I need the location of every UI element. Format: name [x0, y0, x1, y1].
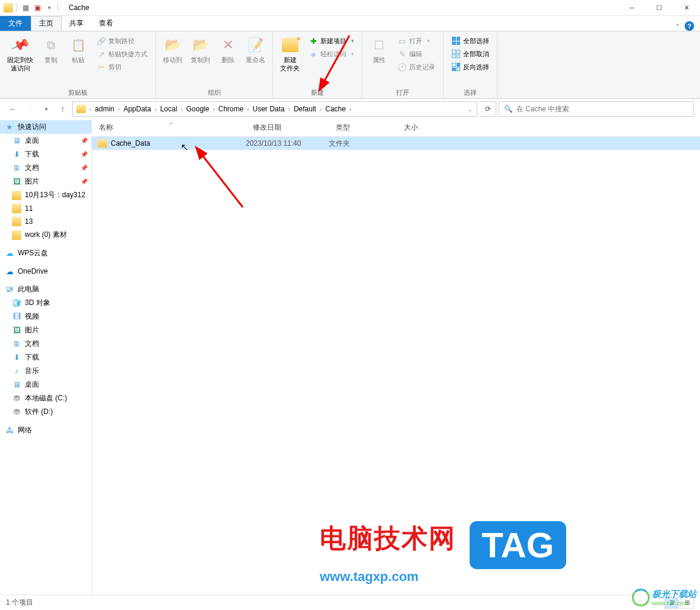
- tab-home[interactable]: 主页: [31, 16, 62, 31]
- sidebar-documents[interactable]: 🗎文档📌: [0, 161, 91, 175]
- recent-dropdown[interactable]: ▾: [39, 102, 53, 116]
- sidebar-folder-oct13[interactable]: 10月13号：day312: [0, 188, 91, 202]
- easyaccess-button[interactable]: ◈轻松访问▾: [307, 48, 356, 60]
- sidebar-pictures2[interactable]: 🖼图片: [0, 323, 91, 337]
- sidebar-folder-work[interactable]: work (0) 素材: [0, 228, 91, 242]
- sidebar-diskc[interactable]: ⛃本地磁盘 (C:): [0, 391, 91, 405]
- qat-newfolder-icon[interactable]: ▣: [33, 3, 42, 12]
- search-input[interactable]: [516, 105, 689, 113]
- crumb-sep[interactable]: ›: [117, 106, 121, 113]
- crumb-sep[interactable]: ›: [348, 106, 352, 113]
- sidebar-videos[interactable]: 🎞视频: [0, 310, 91, 323]
- file-row[interactable]: Cache_Data 2023/10/13 11:40 文件夹: [92, 137, 700, 150]
- newfolder-button[interactable]: 新建 文件夹: [277, 34, 303, 87]
- onedrive-icon: ☁: [5, 267, 14, 276]
- invert-button[interactable]: 反向选择: [449, 61, 491, 73]
- minimize-button[interactable]: ─: [618, 0, 646, 16]
- crumb[interactable]: Cache: [323, 105, 348, 113]
- crumb[interactable]: AppData: [121, 105, 153, 113]
- cut-button[interactable]: ✂剪切: [95, 61, 149, 73]
- column-date[interactable]: 修改日期: [246, 123, 329, 133]
- search-box[interactable]: 🔍: [499, 101, 694, 117]
- sidebar-onedrive[interactable]: ☁OneDrive: [0, 265, 91, 278]
- crumb[interactable]: Google: [184, 105, 211, 113]
- address-dropdown[interactable]: ⌄: [464, 106, 476, 113]
- maximize-button[interactable]: ☐: [646, 0, 673, 16]
- tab-share[interactable]: 共享: [62, 16, 91, 31]
- crumb[interactable]: User Data: [251, 105, 287, 113]
- sidebar-label: 3D 对象: [25, 298, 50, 308]
- selectall-button[interactable]: 全部选择: [449, 35, 491, 47]
- crumb-sep[interactable]: ›: [88, 106, 92, 113]
- properties-button[interactable]: 属性: [366, 34, 392, 87]
- download-icon: ⬇: [12, 150, 21, 159]
- tab-view[interactable]: 查看: [91, 16, 121, 31]
- sidebar-thispc[interactable]: 🖳此电脑: [0, 282, 91, 296]
- watermark-tagxp: 电脑技术网 TAG www.tagxp.com: [320, 521, 566, 585]
- sidebar-desktop2[interactable]: 🖥桌面: [0, 378, 91, 391]
- pin-to-quickaccess-button[interactable]: 📌 固定到快 速访问: [4, 34, 37, 87]
- sidebar-pictures[interactable]: 🖼图片📌: [0, 175, 91, 188]
- sidebar-wps[interactable]: ☁WPS云盘: [0, 246, 91, 260]
- sidebar-3dobjects[interactable]: 🧊3D 对象: [0, 296, 91, 310]
- open-button[interactable]: ▭打开▾: [396, 35, 437, 47]
- sidebar-music[interactable]: ♪音乐: [0, 364, 91, 378]
- selectall-label: 全部选择: [463, 37, 489, 46]
- item-count: 1 个项目: [6, 598, 33, 608]
- ribbon-collapse-icon[interactable]: ⌃: [675, 23, 680, 30]
- sidebar-folder-13[interactable]: 13: [0, 215, 91, 228]
- qat-properties-icon[interactable]: ▦: [21, 3, 30, 12]
- rename-button[interactable]: 📝 重命名: [242, 34, 269, 87]
- forward-button[interactable]: →: [23, 102, 37, 116]
- column-name[interactable]: 名称⌃: [92, 123, 246, 133]
- pasteshortcut-button[interactable]: ↗粘贴快捷方式: [95, 48, 149, 60]
- sidebar-label: 13: [25, 217, 33, 226]
- pc-icon: 🖳: [5, 285, 14, 294]
- crumb-sep[interactable]: ›: [153, 106, 158, 113]
- help-icon[interactable]: ?: [685, 21, 694, 31]
- paste-button[interactable]: 📋 粘贴: [65, 34, 91, 87]
- column-type[interactable]: 类型: [329, 123, 397, 133]
- crumb[interactable]: admin: [92, 105, 117, 113]
- history-button[interactable]: 🕑历史记录: [396, 61, 437, 73]
- refresh-button[interactable]: ⟳: [480, 101, 496, 117]
- delete-button[interactable]: ✕ 删除: [215, 34, 241, 87]
- sidebar-downloads[interactable]: ⬇下载📌: [0, 147, 91, 161]
- copypath-button[interactable]: 🔗复制路径: [95, 35, 149, 47]
- copy-label: 复制: [44, 56, 57, 64]
- up-button[interactable]: ↑: [56, 102, 70, 116]
- qat-dropdown[interactable]: ▾: [44, 3, 54, 12]
- tab-file[interactable]: 文件: [0, 16, 31, 31]
- sidebar-diskd[interactable]: ⛃软件 (D:): [0, 405, 91, 419]
- copyto-button[interactable]: 📂 复制到: [187, 34, 214, 87]
- crumb[interactable]: Local: [158, 105, 179, 113]
- back-button[interactable]: ←: [6, 102, 20, 116]
- close-button[interactable]: ✕: [673, 0, 700, 16]
- crumb[interactable]: Chrome: [216, 105, 246, 113]
- desktop-icon: 🖥: [12, 380, 21, 390]
- column-size[interactable]: 大小: [397, 123, 438, 133]
- open-label: 打开: [409, 37, 422, 46]
- sidebar-network[interactable]: 🖧网络: [0, 423, 91, 437]
- sidebar-folder-11[interactable]: 11: [0, 202, 91, 215]
- selectnone-button[interactable]: 全部取消: [449, 48, 491, 60]
- sidebar-downloads2[interactable]: ⬇下载: [0, 351, 91, 364]
- sidebar-documents2[interactable]: 🗎文档: [0, 337, 91, 351]
- crumb-sep[interactable]: ›: [246, 106, 250, 113]
- moveto-button[interactable]: 📂 移动到: [159, 34, 186, 87]
- crumb-sep[interactable]: ›: [319, 106, 323, 113]
- crumb[interactable]: Default: [291, 105, 319, 113]
- pinned-icon: 📌: [81, 151, 88, 158]
- folder-icon: [12, 204, 21, 213]
- sidebar-quickaccess[interactable]: ★快速访问: [0, 120, 91, 134]
- crumb-sep[interactable]: ›: [211, 106, 216, 113]
- edit-button[interactable]: ✎编辑: [396, 48, 437, 60]
- newitem-button[interactable]: ✚新建项目▾: [307, 35, 356, 47]
- crumb-sep[interactable]: ›: [287, 106, 291, 113]
- navigation-pane[interactable]: ★快速访问 🖥桌面📌 ⬇下载📌 🗎文档📌 🖼图片📌 10月13号：day312 …: [0, 119, 92, 595]
- ribbon-group-clipboard: 📌 固定到快 速访问 ⧉ 复制 📋 粘贴 🔗复制路径 ↗粘贴快捷方式 ✂剪切 剪…: [0, 31, 156, 98]
- address-bar[interactable]: › admin › AppData › Local › Google › Chr…: [72, 101, 477, 117]
- sidebar-desktop[interactable]: 🖥桌面📌: [0, 134, 91, 147]
- crumb-sep[interactable]: ›: [179, 106, 184, 113]
- copy-button[interactable]: ⧉ 复制: [38, 34, 64, 87]
